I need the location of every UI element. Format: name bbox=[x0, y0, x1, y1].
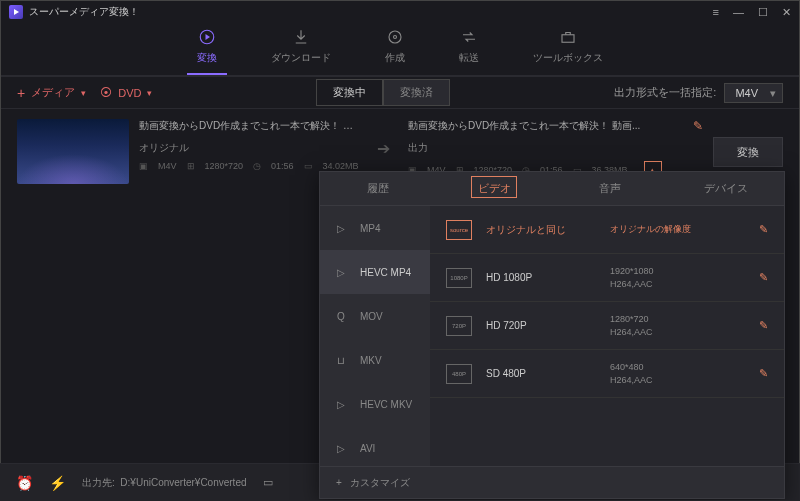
edit-icon[interactable]: ✎ bbox=[759, 367, 768, 380]
output-format-select[interactable]: M4V bbox=[724, 83, 783, 103]
video-thumbnail[interactable] bbox=[17, 119, 129, 184]
resolution-icon: ⊞ bbox=[187, 161, 195, 171]
fmt-hevc-mp4[interactable]: ▷HEVC MP4 bbox=[320, 250, 430, 294]
fmt-mkv[interactable]: ⊔MKV bbox=[320, 338, 430, 382]
source-title: 動画変換からDVD作成までこれ一本で解決！ 動画変換... bbox=[139, 119, 359, 133]
add-media-button[interactable]: メディア▾ bbox=[17, 85, 86, 101]
toolbar: メディア▾ DVD▾ 変換中 変換済 出力形式を一括指定: M4V bbox=[1, 77, 799, 109]
main-nav: 変換 ダウンロード 作成 転送 ツールボックス bbox=[1, 23, 799, 77]
tab-converting[interactable]: 変換中 bbox=[316, 79, 383, 106]
edit-icon[interactable]: ✎ bbox=[759, 223, 768, 236]
dd-tab-video[interactable]: ビデオ bbox=[436, 172, 552, 205]
minimize-button[interactable]: ― bbox=[733, 6, 744, 19]
format-icon: ▣ bbox=[139, 161, 148, 171]
speed-icon[interactable]: ⚡ bbox=[49, 475, 66, 491]
res-original[interactable]: source オリジナルと同じ オリジナルの解像度 ✎ bbox=[430, 206, 784, 254]
dd-tab-device[interactable]: デバイス bbox=[668, 172, 784, 205]
svg-rect-3 bbox=[562, 35, 574, 43]
nav-convert[interactable]: 変換 bbox=[197, 27, 217, 71]
output-format-label: 出力形式を一括指定: bbox=[614, 85, 716, 100]
format-dropdown: 履歴 ビデオ 音声 デバイス ▷MP4 ▷HEVC MP4 QMOV ⊔MKV … bbox=[319, 171, 785, 499]
titlebar: スーパーメディア変換！ ≡ ― ☐ ✕ bbox=[1, 1, 799, 23]
res-1080p[interactable]: 1080P HD 1080P 1920*1080H264,AAC ✎ bbox=[430, 254, 784, 302]
folder-icon[interactable]: ▭ bbox=[263, 476, 273, 489]
fmt-mp4[interactable]: ▷MP4 bbox=[320, 206, 430, 250]
menu-icon[interactable]: ≡ bbox=[713, 6, 719, 19]
toolbox-icon bbox=[558, 27, 578, 47]
fmt-hevc-mkv[interactable]: ▷HEVC MKV bbox=[320, 382, 430, 426]
nav-transfer[interactable]: 転送 bbox=[459, 27, 479, 71]
convert-icon bbox=[197, 27, 217, 47]
edit-output-icon[interactable]: ✎ bbox=[693, 119, 703, 133]
svg-point-1 bbox=[389, 31, 401, 43]
alarm-icon[interactable]: ⏰ bbox=[16, 475, 33, 491]
plus-icon[interactable]: + bbox=[336, 477, 342, 488]
fmt-avi[interactable]: ▷AVI bbox=[320, 426, 430, 466]
source-icon: source bbox=[446, 220, 472, 240]
app-icon bbox=[9, 5, 23, 19]
dd-tab-history[interactable]: 履歴 bbox=[320, 172, 436, 205]
content-area: ✂ ✧ ◧ ☰ 動画変換からDVD作成までこれ一本で解決！ 動画変換... オリ… bbox=[1, 109, 799, 462]
download-icon bbox=[291, 27, 311, 47]
size-icon: ▭ bbox=[304, 161, 313, 171]
create-icon bbox=[385, 27, 405, 47]
edit-icon[interactable]: ✎ bbox=[759, 271, 768, 284]
transfer-icon bbox=[459, 27, 479, 47]
output-subtitle: 出力 bbox=[408, 141, 703, 155]
duration-icon: ◷ bbox=[253, 161, 261, 171]
resolution-list[interactable]: source オリジナルと同じ オリジナルの解像度 ✎ 1080P HD 108… bbox=[430, 206, 784, 466]
svg-point-2 bbox=[394, 36, 397, 39]
res-480p[interactable]: 480P SD 480P 640*480H264,AAC ✎ bbox=[430, 350, 784, 398]
output-path-label: 出力先: D:¥UniConverter¥Converted bbox=[82, 476, 247, 490]
nav-toolbox[interactable]: ツールボックス bbox=[533, 27, 603, 71]
customize-button[interactable]: カスタマイズ bbox=[350, 476, 410, 490]
nav-create[interactable]: 作成 bbox=[385, 27, 405, 71]
add-dvd-button[interactable]: DVD▾ bbox=[100, 86, 152, 100]
output-title: 動画変換からDVD作成までこれ一本で解決！ 動画... bbox=[408, 119, 703, 133]
nav-download[interactable]: ダウンロード bbox=[271, 27, 331, 71]
convert-button[interactable]: 変換 bbox=[713, 137, 783, 167]
maximize-button[interactable]: ☐ bbox=[758, 6, 768, 19]
app-title: スーパーメディア変換！ bbox=[29, 5, 139, 19]
edit-icon[interactable]: ✎ bbox=[759, 319, 768, 332]
tab-done[interactable]: 変換済 bbox=[383, 79, 450, 106]
source-subtitle: オリジナル bbox=[139, 141, 359, 155]
format-list[interactable]: ▷MP4 ▷HEVC MP4 QMOV ⊔MKV ▷HEVC MKV ▷AVI … bbox=[320, 206, 430, 466]
res-720p[interactable]: 720P HD 720P 1280*720H264,AAC ✎ bbox=[430, 302, 784, 350]
fmt-mov[interactable]: QMOV bbox=[320, 294, 430, 338]
dd-tab-audio[interactable]: 音声 bbox=[552, 172, 668, 205]
close-button[interactable]: ✕ bbox=[782, 6, 791, 19]
dropdown-footer: + カスタマイズ bbox=[320, 466, 784, 498]
arrow-icon: ➔ bbox=[369, 139, 398, 158]
